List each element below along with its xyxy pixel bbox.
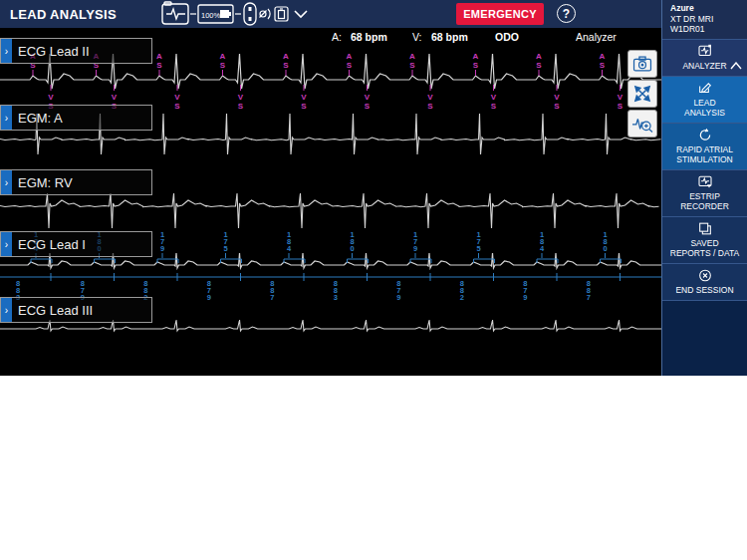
interval-value: V bbox=[554, 93, 560, 102]
sidebar-item-label: ANALYZER bbox=[682, 61, 726, 71]
help-button[interactable]: ? bbox=[557, 4, 576, 23]
sidebar-item-analyzer[interactable]: ANALYZER bbox=[662, 39, 747, 77]
interval-value: A bbox=[220, 52, 226, 61]
sidebar-item-label: RAPID ATRIAL bbox=[664, 144, 745, 154]
interval-value: A bbox=[409, 52, 415, 61]
top-bar: LEAD ANALYSIS 100% bbox=[0, 0, 661, 28]
sidebar-item-label: ESTRIP bbox=[664, 191, 745, 201]
lead-analysis-icon bbox=[664, 81, 745, 96]
expand-arrows-icon bbox=[632, 84, 652, 104]
sidebar-item-saved-reports-data[interactable]: SAVED REPORTS / DATA bbox=[662, 217, 747, 264]
interval-value: 9 bbox=[523, 293, 527, 302]
strip-title: ECG Lead II bbox=[18, 44, 90, 59]
interval-value: 5 bbox=[223, 244, 227, 253]
expand-waveform-button[interactable] bbox=[627, 80, 657, 108]
device-battery-icon bbox=[275, 7, 288, 21]
interval-value: 3 bbox=[334, 293, 338, 302]
interval-value: 9 bbox=[396, 293, 400, 302]
battery-pct-text: 100% bbox=[201, 11, 221, 20]
sidebar-item-estrip-recorder[interactable]: ESTRIP RECORDER bbox=[662, 170, 747, 217]
ecg-traces: ASVSASVSASVSASVSASVSASVSASVSASVSASVSASVS… bbox=[0, 28, 661, 376]
waveform-zoom-icon bbox=[630, 114, 654, 134]
strip-expand-chevron-icon[interactable]: › bbox=[1, 106, 12, 130]
device-name: Azure XT DR MRI W1DR01 bbox=[662, 0, 747, 39]
interval-value: S bbox=[156, 61, 162, 70]
page-title: LEAD ANALYSIS bbox=[10, 7, 117, 22]
test-panel: Mode Lower Rate A. Amplitude V. Amplitud… bbox=[0, 376, 747, 560]
sidebar-item-label: ANALYSIS bbox=[664, 108, 745, 118]
sidebar-item-lead-analysis[interactable]: LEAD ANALYSIS bbox=[662, 77, 747, 124]
interval-value: V bbox=[112, 93, 118, 102]
interval-value: S bbox=[618, 102, 623, 111]
interval-value: 0 bbox=[603, 244, 607, 253]
device-name-series: XT DR MRI bbox=[670, 14, 747, 25]
chevron-down-icon bbox=[295, 11, 307, 17]
strip-expand-chevron-icon[interactable]: › bbox=[1, 39, 12, 63]
interval-value: V bbox=[618, 93, 623, 102]
interval-value: S bbox=[238, 102, 244, 111]
end-session-icon bbox=[664, 268, 745, 283]
interval-value: A bbox=[600, 52, 606, 61]
interval-value: A bbox=[536, 52, 542, 61]
strip-label-ecg-lead-iii[interactable]: › ECG Lead III bbox=[0, 297, 152, 323]
interval-value: V bbox=[365, 93, 371, 102]
sidebar-item-label: LEAD bbox=[664, 98, 745, 108]
interval-value: 7 bbox=[587, 293, 591, 302]
saved-reports-icon bbox=[664, 221, 745, 236]
sidebar-item-label: RECORDER bbox=[664, 201, 745, 211]
interval-value: S bbox=[220, 61, 226, 70]
snapshot-button[interactable] bbox=[627, 50, 657, 78]
waveform-tools bbox=[627, 50, 657, 138]
strip-label-egm-rv[interactable]: › EGM: RV bbox=[0, 169, 152, 195]
strip-label-egm-a[interactable]: › EGM: A bbox=[0, 105, 152, 131]
interval-value: V bbox=[301, 93, 307, 102]
interval-value: S bbox=[409, 61, 415, 70]
device-name-model: Azure bbox=[670, 3, 747, 14]
rapid-stimulation-icon bbox=[664, 128, 745, 142]
interval-value: A bbox=[473, 52, 479, 61]
chevron-up-icon bbox=[730, 62, 742, 70]
sidebar-item-rapid-atrial-stimulation[interactable]: RAPID ATRIAL STIMULATION bbox=[662, 124, 747, 170]
interval-value: V bbox=[48, 93, 54, 102]
interval-value: S bbox=[536, 61, 542, 70]
interval-value: S bbox=[283, 61, 289, 70]
emergency-button[interactable]: EMERGENCY bbox=[456, 3, 544, 25]
strip-label-ecg-lead-i[interactable]: › ECG Lead I bbox=[0, 231, 152, 257]
programmer-icon bbox=[162, 2, 188, 24]
interval-value: A bbox=[347, 52, 353, 61]
sidebar-item-label: END SESSION bbox=[664, 285, 745, 295]
interval-value: S bbox=[174, 102, 180, 111]
interval-value: S bbox=[600, 61, 606, 70]
trace-path bbox=[0, 193, 659, 228]
interval-value: 4 bbox=[540, 244, 545, 253]
telemetry-head-icon bbox=[244, 3, 256, 25]
interval-value: S bbox=[473, 61, 479, 70]
zoom-waveform-button[interactable] bbox=[627, 110, 657, 138]
interval-value: A bbox=[156, 52, 162, 61]
interval-value: V bbox=[174, 93, 180, 102]
strip-title: EGM: A bbox=[18, 111, 63, 126]
lead-analysis-screen: LEAD ANALYSIS 100% bbox=[0, 0, 747, 560]
interval-value: S bbox=[491, 102, 497, 111]
ecg-monitor: A: 68 bpm V: 68 bpm ODO Analyzer ASVSASV… bbox=[0, 28, 661, 376]
strip-expand-chevron-icon[interactable]: › bbox=[1, 232, 12, 256]
interval-value: S bbox=[365, 102, 371, 111]
interval-value: A bbox=[283, 52, 289, 61]
strip-title: EGM: RV bbox=[18, 175, 73, 190]
interval-value: V bbox=[427, 93, 433, 102]
interval-value: 4 bbox=[287, 244, 292, 253]
interval-value: 9 bbox=[413, 244, 417, 253]
interval-value: V bbox=[491, 93, 497, 102]
camera-icon bbox=[631, 54, 653, 74]
sidebar-item-label: REPORTS / DATA bbox=[664, 248, 745, 258]
strip-expand-chevron-icon[interactable]: › bbox=[1, 298, 12, 322]
interval-value: 5 bbox=[476, 244, 480, 253]
sidebar-item-label: SAVED bbox=[664, 238, 745, 248]
strip-label-ecg-lead-ii[interactable]: › ECG Lead II bbox=[0, 38, 152, 64]
sidebar-item-end-session[interactable]: END SESSION bbox=[662, 264, 747, 301]
strip-title: ECG Lead I bbox=[18, 237, 86, 252]
connection-status-icons: 100% bbox=[159, 1, 309, 27]
interval-value: S bbox=[347, 61, 353, 70]
estrip-recorder-icon bbox=[664, 174, 745, 189]
strip-expand-chevron-icon[interactable]: › bbox=[1, 170, 12, 194]
